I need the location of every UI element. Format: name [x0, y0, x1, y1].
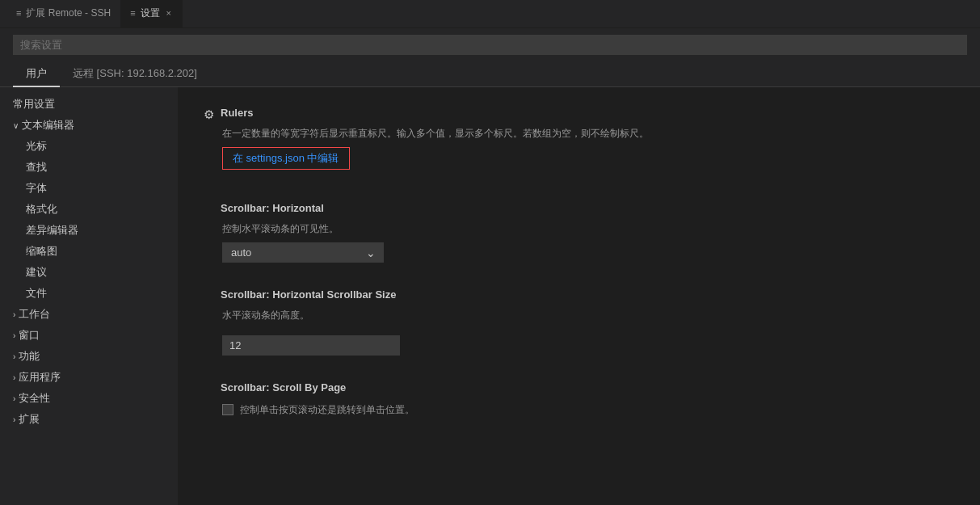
sidebar-item-common[interactable]: 常用设置: [0, 94, 178, 115]
sidebar-item-suggest-label: 建议: [26, 265, 47, 280]
rulers-header: ⚙ Rulers: [204, 107, 954, 122]
scrollbar-page-row: 控制单击按页滚动还是跳转到单击位置。: [222, 403, 954, 417]
sidebar-item-font-label: 字体: [26, 181, 47, 196]
sidebar-item-cursor[interactable]: 光标: [0, 136, 178, 157]
sidebar-item-format-label: 格式化: [26, 202, 57, 217]
sidebar-item-font[interactable]: 字体: [0, 178, 178, 199]
chevron-down-icon: ∨: [13, 121, 19, 130]
chevron-right-window-icon: ›: [13, 331, 15, 340]
scrollbar-page-checkbox[interactable]: [222, 404, 233, 415]
sidebar-item-cursor-label: 光标: [26, 139, 47, 154]
sidebar-item-application[interactable]: › 应用程序: [0, 367, 178, 388]
rulers-desc: 在一定数量的等宽字符后显示垂直标尺。输入多个值，显示多个标尺。若数组为空，则不绘…: [222, 127, 954, 141]
scrollbar-h-dropdown-wrapper: auto visible hidden: [222, 242, 954, 263]
sidebar-item-workbench[interactable]: › 工作台: [0, 304, 178, 325]
tab-settings-icon: ≡: [130, 8, 135, 18]
chevron-right-security-icon: ›: [13, 394, 15, 403]
settings-tabs: 用户 远程 [SSH: 192.168.2.202]: [0, 61, 980, 87]
scrollbar-size-desc: 水平滚动条的高度。: [222, 309, 954, 322]
scrollbar-page-section: ⚙ Scrollbar: Scroll By Page 控制单击按页滚动还是跳转…: [204, 381, 954, 417]
sidebar-item-features[interactable]: › 功能: [0, 346, 178, 367]
scrollbar-h-desc: 控制水平滚动条的可见性。: [222, 222, 954, 236]
sidebar: 常用设置 ∨ 文本编辑器 光标 查找 字体 格式化 差异编辑器 缩略图 建议 文…: [0, 87, 178, 505]
main-area: 常用设置 ∨ 文本编辑器 光标 查找 字体 格式化 差异编辑器 缩略图 建议 文…: [0, 87, 980, 505]
titlebar: ≡ 扩展 Remote - SSH ≡ 设置 ×: [0, 0, 980, 28]
sidebar-item-security[interactable]: › 安全性: [0, 388, 178, 409]
search-input[interactable]: [13, 35, 967, 55]
sidebar-item-common-label: 常用设置: [13, 97, 55, 112]
tab-remote-ssh[interactable]: ≡ 扩展 Remote - SSH: [6, 0, 120, 28]
sidebar-item-diff-editor[interactable]: 差异编辑器: [0, 220, 178, 241]
sidebar-item-diff-editor-label: 差异编辑器: [26, 223, 78, 238]
tab-settings-close[interactable]: ×: [165, 7, 173, 19]
scrollbar-page-title: Scrollbar: Scroll By Page: [221, 381, 346, 393]
tab-remote-ssh-label: 扩展 Remote - SSH: [26, 6, 111, 20]
scrollbar-h-select-wrapper: auto visible hidden: [222, 242, 384, 263]
sidebar-item-files-label: 文件: [26, 286, 47, 301]
sidebar-item-files[interactable]: 文件: [0, 283, 178, 304]
tab-settings[interactable]: ≡ 设置 ×: [120, 0, 183, 28]
chevron-right-application-icon: ›: [13, 373, 15, 382]
tab-user[interactable]: 用户: [13, 61, 60, 87]
sidebar-item-security-label: 安全性: [19, 391, 50, 406]
scrollbar-page-desc: 控制单击按页滚动还是跳转到单击位置。: [240, 403, 414, 417]
sidebar-item-extensions-label: 扩展: [19, 412, 40, 427]
tab-remote-ssh-icon: ≡: [16, 8, 21, 18]
rulers-section: ⚙ Rulers 在一定数量的等宽字符后显示垂直标尺。输入多个值，显示多个标尺。…: [204, 107, 954, 176]
settings-content: ⚙ Rulers 在一定数量的等宽字符后显示垂直标尺。输入多个值，显示多个标尺。…: [178, 87, 980, 505]
sidebar-item-extensions[interactable]: › 扩展: [0, 409, 178, 430]
sidebar-item-find-label: 查找: [26, 160, 47, 175]
scrollbar-size-section: ⚙ Scrollbar: Horizontal Scrollbar Size 水…: [204, 288, 954, 356]
scrollbar-h-header: ⚙ Scrollbar: Horizontal: [204, 202, 954, 217]
sidebar-item-minimap-label: 缩略图: [26, 244, 57, 259]
sidebar-item-application-label: 应用程序: [19, 370, 61, 385]
scrollbar-h-title: Scrollbar: Horizontal: [221, 202, 324, 214]
gear-icon: ⚙: [204, 107, 214, 122]
sidebar-item-text-editor-label: 文本编辑器: [22, 118, 74, 133]
sidebar-item-text-editor[interactable]: ∨ 文本编辑器: [0, 115, 178, 136]
sidebar-item-find[interactable]: 查找: [0, 157, 178, 178]
chevron-right-workbench-icon: ›: [13, 310, 15, 319]
rulers-title: Rulers: [221, 107, 253, 119]
search-area: [0, 28, 980, 61]
scrollbar-page-header: ⚙ Scrollbar: Scroll By Page: [204, 381, 954, 397]
sidebar-item-window-label: 窗口: [19, 328, 40, 343]
tab-remote[interactable]: 远程 [SSH: 192.168.2.202]: [60, 61, 210, 87]
chevron-right-features-icon: ›: [13, 352, 15, 361]
scrollbar-size-input[interactable]: [222, 335, 400, 356]
scrollbar-size-header: ⚙ Scrollbar: Horizontal Scrollbar Size: [204, 288, 954, 304]
chevron-right-extensions-icon: ›: [13, 415, 15, 424]
sidebar-item-format[interactable]: 格式化: [0, 199, 178, 220]
sidebar-item-minimap[interactable]: 缩略图: [0, 241, 178, 262]
edit-json-link[interactable]: 在 settings.json 中编辑: [222, 147, 350, 170]
sidebar-item-features-label: 功能: [19, 349, 40, 364]
scrollbar-h-select[interactable]: auto visible hidden: [222, 242, 384, 263]
sidebar-item-window[interactable]: › 窗口: [0, 325, 178, 346]
tab-settings-label: 设置: [141, 6, 160, 20]
sidebar-item-workbench-label: 工作台: [19, 307, 50, 322]
scrollbar-h-section: ⚙ Scrollbar: Horizontal 控制水平滚动条的可见性。 aut…: [204, 202, 954, 263]
sidebar-item-suggest[interactable]: 建议: [0, 262, 178, 283]
scrollbar-size-title: Scrollbar: Horizontal Scrollbar Size: [221, 288, 396, 301]
